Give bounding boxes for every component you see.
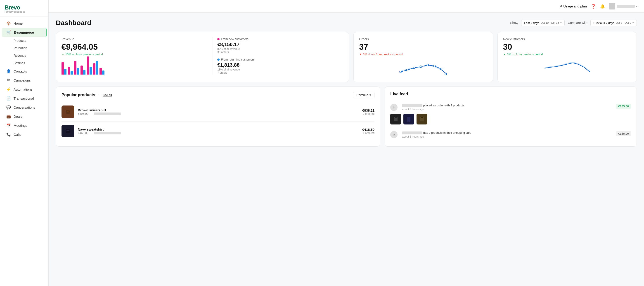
user-menu[interactable]: ▾ bbox=[609, 3, 638, 9]
period-selector[interactable]: Last 7 days Oct 10 - Oct 16 ▾ bbox=[521, 20, 565, 26]
orders-line-chart bbox=[359, 59, 487, 77]
sidebar-item-contacts[interactable]: 👤 Contacts bbox=[2, 67, 46, 76]
svg-point-6 bbox=[440, 68, 442, 70]
new-customers-card: New customers 30 ▲ 0% up from previous p… bbox=[498, 32, 637, 82]
sidebar-item-home[interactable]: 🏠 Home bbox=[2, 19, 46, 28]
bar-return bbox=[96, 61, 98, 74]
chevron-down-icon: ▾ bbox=[636, 4, 638, 8]
bar-new bbox=[87, 56, 89, 74]
bar-group bbox=[68, 67, 73, 74]
usage-plan-button[interactable]: ↗ Usage and plan bbox=[560, 4, 587, 8]
live-feed-title: Live feed bbox=[390, 92, 631, 96]
notifications-icon[interactable]: 🔔 bbox=[600, 4, 605, 9]
dashboard-header: Dashboard Show Last 7 days Oct 10 - Oct … bbox=[56, 19, 637, 27]
bar-group bbox=[93, 61, 98, 74]
sidebar-sub-settings[interactable]: Settings bbox=[2, 59, 46, 67]
return-revenue-pct: 18% of all revenue bbox=[217, 68, 343, 71]
product-ordered: 1 ordered bbox=[362, 131, 374, 135]
sidebar-sub-products[interactable]: Products bbox=[2, 37, 46, 44]
bottom-row: Popular products · See all Revenue ▾ bbox=[56, 86, 637, 147]
svg-rect-18 bbox=[421, 117, 423, 118]
brand-name: Brevo bbox=[4, 4, 44, 11]
product-name: Brown sweatshirt bbox=[78, 108, 359, 112]
return-dot bbox=[217, 58, 220, 61]
lf-time: about 3 hours ago bbox=[402, 135, 614, 138]
product-image bbox=[62, 105, 74, 118]
see-all-link[interactable]: See all bbox=[103, 93, 112, 97]
product-sku-blurred bbox=[94, 112, 121, 115]
compare-label: Compare with bbox=[568, 21, 587, 25]
bar-return bbox=[90, 67, 92, 74]
avatar bbox=[609, 3, 615, 9]
sidebar-item-label: Transactional bbox=[14, 96, 34, 100]
sidebar-item-conversations[interactable]: 💬 Conversations bbox=[2, 103, 46, 112]
trend-up-icon: ▲ bbox=[62, 53, 64, 56]
home-icon: 🏠 bbox=[6, 21, 11, 25]
new-orders: 30 orders bbox=[217, 51, 343, 54]
sidebar-item-ecommerce[interactable]: 🛒 E-commerce bbox=[2, 28, 46, 37]
revenue-value: €9,964.05 bbox=[62, 42, 212, 52]
sub-label: Products bbox=[14, 39, 26, 42]
live-feed-item: jh placed an order with 3 products. abou… bbox=[390, 100, 631, 128]
svg-rect-12 bbox=[395, 117, 396, 118]
chevron-down-icon: ▾ bbox=[560, 21, 562, 24]
bar-new bbox=[100, 68, 102, 74]
svg-point-3 bbox=[420, 66, 422, 67]
svg-point-1 bbox=[406, 69, 408, 71]
sidebar-item-label: Campaigns bbox=[14, 78, 31, 82]
orders-value: 37 bbox=[359, 42, 487, 52]
user-name-blurred bbox=[402, 104, 422, 107]
revenue-card: Revenue €9,964.05 ▲ 15% up from previous… bbox=[56, 32, 349, 82]
bar-new bbox=[68, 67, 70, 74]
sidebar-sub-retention[interactable]: Retention bbox=[2, 44, 46, 52]
lf-products bbox=[390, 114, 631, 124]
sub-label: Retention bbox=[14, 46, 27, 50]
orders-card: Orders 37 ▼ 3% down from previous period bbox=[354, 32, 493, 82]
campaigns-icon: ✉ bbox=[6, 78, 11, 82]
revenue-trend: ▲ 15% up from previous period bbox=[62, 53, 212, 56]
compare-selector[interactable]: Previous 7 days Oct 3 - Oct 9 ▾ bbox=[590, 20, 637, 26]
sidebar-item-label: Home bbox=[14, 21, 22, 25]
new-revenue-pct: 82% of all revenue bbox=[217, 47, 343, 51]
period-label: Last 7 days bbox=[524, 21, 539, 25]
bar-group bbox=[80, 65, 86, 74]
product-row: Brown sweatshirt €395.00 · €838.21 2 ord… bbox=[62, 102, 374, 122]
popular-header: Popular products · See all Revenue ▾ bbox=[62, 92, 374, 98]
sidebar-item-transactional[interactable]: 📄 Transactional bbox=[2, 94, 46, 103]
product-price: €465.00 · bbox=[78, 131, 359, 135]
page-title: Dashboard bbox=[56, 19, 91, 27]
lf-product-image bbox=[390, 114, 401, 124]
bar-return bbox=[64, 69, 66, 74]
ecommerce-icon: 🛒 bbox=[6, 30, 11, 34]
new-customers-segment: From new customers €8,150.17 82% of all … bbox=[217, 37, 343, 54]
lf-badge-gray: €165.00 bbox=[616, 131, 631, 136]
brand-sub: Formerly sendinblue bbox=[4, 11, 44, 13]
sidebar-item-calls[interactable]: 📞 Calls bbox=[2, 130, 46, 139]
help-icon[interactable]: ❓ bbox=[591, 4, 596, 9]
trend-up-icon: ▲ bbox=[503, 53, 506, 56]
sidebar: Brevo Formerly sendinblue 🏠 Home 🛒 E-com… bbox=[0, 0, 48, 286]
customers-trend: ▲ 0% up from previous period bbox=[503, 53, 631, 56]
product-filter-select[interactable]: Revenue ▾ bbox=[353, 92, 374, 98]
user-avatar: jh bbox=[390, 131, 398, 138]
username-blurred bbox=[617, 5, 635, 8]
product-row: Navy sweatshirt €465.00 · €418.50 1 orde… bbox=[62, 122, 374, 141]
sidebar-item-meetings[interactable]: 📅 Meetings bbox=[2, 121, 46, 130]
sidebar-item-deals[interactable]: 💼 Deals bbox=[2, 112, 46, 121]
main-area: ↗ Usage and plan ❓ 🔔 ▾ Dashboard Show La… bbox=[48, 0, 644, 286]
sidebar-item-label: Conversations bbox=[14, 105, 35, 109]
sidebar-item-campaigns[interactable]: ✉ Campaigns bbox=[2, 76, 46, 85]
user-name-blurred bbox=[402, 131, 422, 134]
bar-return bbox=[83, 70, 86, 74]
sidebar-sub-revenue[interactable]: Revenue bbox=[2, 52, 46, 59]
calls-icon: 📞 bbox=[6, 132, 11, 137]
lf-text: has 3 products in their shopping cart. bbox=[402, 131, 614, 134]
svg-point-4 bbox=[427, 64, 428, 66]
product-rev-value: €418.50 bbox=[362, 128, 374, 131]
new-revenue-value: €8,150.17 bbox=[217, 41, 343, 47]
svg-point-5 bbox=[434, 65, 435, 67]
sidebar-item-automations[interactable]: ⚡ Automations bbox=[2, 85, 46, 94]
sub-label: Revenue bbox=[14, 54, 26, 57]
svg-rect-14 bbox=[407, 117, 408, 122]
sidebar-item-label: Calls bbox=[14, 133, 21, 136]
